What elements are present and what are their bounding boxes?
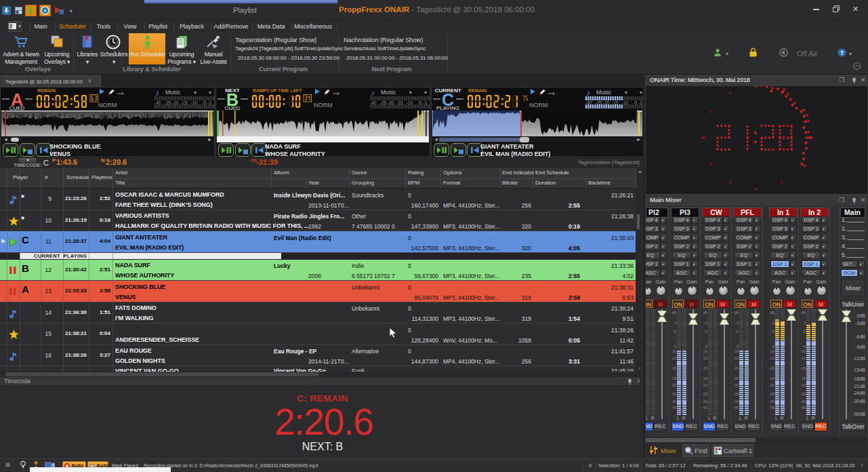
svg-text:?: ? xyxy=(840,50,844,56)
